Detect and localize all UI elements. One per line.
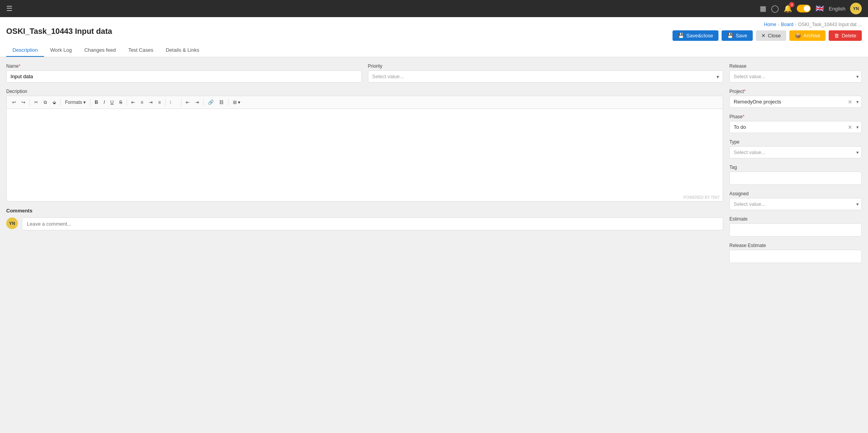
strikethrough-button[interactable]: S	[117, 98, 125, 106]
delete-button[interactable]: 🗑 Delete	[829, 30, 862, 41]
project-field-group: Project* RemedyOne projects ✕ ▾	[729, 89, 862, 108]
assigned-label: Assigned	[729, 191, 862, 196]
tab-work-log[interactable]: Work Log	[44, 44, 78, 57]
indent-less-button[interactable]: ⇤	[183, 98, 192, 106]
name-input[interactable]	[6, 70, 362, 82]
comments-section: Comments YN	[6, 208, 723, 230]
editor-area[interactable]	[6, 109, 723, 194]
bold-button[interactable]: B	[92, 98, 100, 106]
apps-icon[interactable]: ▦	[760, 4, 766, 13]
undo-button[interactable]: ↩	[10, 98, 18, 106]
underline-button[interactable]: U	[108, 98, 116, 106]
page-header: OSKI_Task_10443 Input data Home › Board …	[0, 17, 868, 57]
navbar: ☰ ▦ ◯ 🔔 3 🇬🇧 English YN	[0, 0, 868, 17]
comments-title: Comments	[6, 208, 723, 214]
action-buttons: 💾 Save&close 💾 Save ✕ Close 📦 Archive 🗑	[673, 30, 862, 41]
tag-field-group: Tag	[729, 165, 862, 185]
release-select[interactable]: Select value...	[729, 70, 862, 82]
release-estimate-input[interactable]	[729, 250, 862, 263]
user-avatar[interactable]: YN	[850, 3, 862, 14]
paste-button[interactable]: ⬙	[50, 98, 58, 106]
notifications-icon[interactable]: 🔔 3	[783, 4, 792, 13]
archive-icon: 📦	[795, 33, 801, 39]
project-select-wrapper: RemedyOne projects ✕ ▾	[729, 96, 862, 108]
tabs: Description Work Log Changes feed Test C…	[6, 44, 862, 57]
toolbar-separator-6	[181, 99, 181, 106]
save-close-button[interactable]: 💾 Save&close	[673, 30, 719, 41]
project-clear-icon[interactable]: ✕	[848, 99, 852, 105]
comment-input-row: YN	[6, 217, 723, 230]
tab-changes-feed[interactable]: Changes feed	[78, 44, 122, 57]
tag-label: Tag	[729, 165, 862, 170]
tab-test-cases[interactable]: Test Cases	[122, 44, 159, 57]
menu-icon[interactable]: ☰	[6, 4, 12, 13]
left-panel: Name* Priority Select value... Decriptio…	[6, 63, 723, 269]
phase-clear-icon[interactable]: ✕	[848, 124, 852, 130]
cut-button[interactable]: ✂	[32, 98, 40, 106]
phase-select-wrapper: To do ✕ ▾	[729, 121, 862, 133]
phase-field-group: Phase* To do ✕ ▾	[729, 114, 862, 133]
bullet-list-button[interactable]: ⁝	[167, 98, 174, 106]
priority-select-wrapper: Select value...	[368, 70, 724, 82]
toolbar-separator-3	[90, 99, 90, 106]
align-left-button[interactable]: ⇤	[129, 98, 137, 106]
save-icon: 💾	[727, 33, 733, 39]
comment-avatar: YN	[6, 217, 18, 229]
toolbar-separator-1	[30, 99, 30, 106]
save-button[interactable]: 💾 Save	[722, 30, 753, 41]
toolbar-separator-4	[127, 99, 127, 106]
unlink-button[interactable]: ⛓	[217, 98, 226, 106]
comment-input[interactable]	[22, 217, 723, 230]
assigned-select[interactable]: Select value...	[729, 198, 862, 210]
description-field-group: Decription ↩ ↪ ✂ ⧉ ⬙ Formats ▾ B I U S ⇤…	[6, 89, 723, 202]
flag-icon: 🇬🇧	[815, 4, 824, 13]
estimate-input[interactable]	[729, 223, 862, 237]
type-label: Type	[729, 139, 862, 145]
history-icon[interactable]: ◯	[771, 4, 779, 13]
estimate-label: Estimate	[729, 216, 862, 222]
estimate-field-group: Estimate	[729, 216, 862, 237]
project-select[interactable]: RemedyOne projects	[729, 96, 862, 108]
assigned-select-wrapper: Select value... ▾	[729, 198, 862, 210]
toolbar-separator-2	[60, 99, 61, 106]
type-field-group: Type Select value... ▾	[729, 139, 862, 158]
phase-select[interactable]: To do	[729, 121, 862, 133]
table-button[interactable]: ⊞ ▾	[231, 98, 243, 106]
main-content: Name* Priority Select value... Decriptio…	[0, 57, 868, 275]
align-center-button[interactable]: ≡	[138, 98, 146, 106]
numbered-list-button[interactable]: ⁣	[174, 98, 179, 106]
release-select-wrapper: Select value... ▾	[729, 70, 862, 82]
name-label: Name*	[6, 63, 362, 69]
close-button[interactable]: ✕ Close	[756, 30, 786, 41]
assigned-field-group: Assigned Select value... ▾	[729, 191, 862, 210]
description-label: Decription	[6, 89, 723, 94]
release-label: Release	[729, 63, 862, 69]
type-select-wrapper: Select value... ▾	[729, 146, 862, 158]
priority-select[interactable]: Select value...	[368, 70, 724, 82]
release-estimate-field-group: Release Estimate	[729, 243, 862, 263]
phase-label: Phase*	[729, 114, 862, 119]
notification-badge: 3	[789, 2, 794, 7]
link-button[interactable]: 🔗	[206, 98, 216, 106]
breadcrumb-board[interactable]: Board	[781, 22, 794, 27]
archive-button[interactable]: 📦 Archive	[789, 30, 826, 41]
toggle-switch[interactable]	[797, 5, 811, 12]
align-right-button[interactable]: ⇥	[146, 98, 155, 106]
formats-button[interactable]: Formats ▾	[63, 98, 88, 106]
type-select[interactable]: Select value...	[729, 146, 862, 158]
indent-more-button[interactable]: ⇥	[193, 98, 201, 106]
delete-icon: 🗑	[834, 33, 839, 39]
breadcrumb-home[interactable]: Home	[764, 22, 776, 27]
redo-button[interactable]: ↪	[19, 98, 28, 106]
close-icon: ✕	[761, 33, 766, 39]
tab-details-links[interactable]: Details & Links	[160, 44, 206, 57]
tag-input[interactable]	[729, 172, 862, 185]
name-field-group: Name*	[6, 63, 362, 82]
copy-button[interactable]: ⧉	[41, 98, 49, 106]
toolbar-separator-5	[165, 99, 166, 106]
page-title: OSKI_Task_10443 Input data	[6, 27, 112, 36]
tab-description[interactable]: Description	[6, 44, 44, 57]
italic-button[interactable]: I	[101, 98, 107, 106]
save-close-icon: 💾	[678, 33, 684, 39]
align-justify-button[interactable]: ≡	[156, 98, 163, 106]
